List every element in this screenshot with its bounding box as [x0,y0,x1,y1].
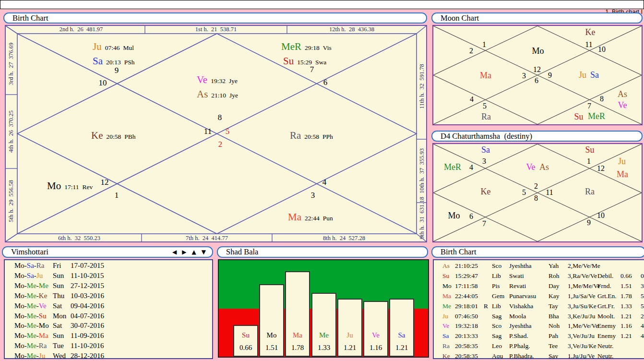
prev-button[interactable]: ◀ [172,249,177,255]
planet-nakshatra: Rev [82,183,93,191]
longitude-cell: 21:10:25 [455,261,478,271]
dasha-planet-Ke: Ke [39,292,48,300]
dignity-cell: Grt.Fr. [597,301,615,311]
planet-nakshatra: Swa [315,59,326,66]
edge-label-bottom-2: 7th h. 24 414.77 [186,235,228,242]
dasha-row[interactable]: Mo-Me-SuMon04-07-2016 [5,311,212,321]
planet-degree: 29:18 [305,44,320,52]
table-row-Sa: Sa20:13:33SagP.Shad.Pah3,Ve/Ju/JuEnemy1.… [434,331,644,341]
house-number-8: 8 [600,95,604,103]
bar-value: 0.66 [234,344,257,352]
sign-cell: Sag [492,311,501,321]
shadbala-cell: 1.16 [620,321,632,331]
moon-chart: MoKeMaJuSaRaAsVeSuMeR121110123964587 [432,25,643,125]
dasha-weekday: Sat [53,301,62,311]
planet-degree: 07:46 [105,44,120,52]
shadbala-cell: 1.21 [620,311,632,321]
dasha-planet-Mo: Mo [39,322,49,329]
dasha-row[interactable]: Mo-Me-RaTue11-10-2016 [5,341,212,351]
edge-label-bottom-1: 6th h. 32 550.23 [58,235,100,242]
positions-table-panel-title: Birth Chart [431,246,644,258]
planet-nakshatra: PSh [124,59,135,66]
sign-cell: Lib [492,301,501,311]
planet-Ra: Ra20:58PPh [290,130,333,142]
shadbala-cell: 0.66 [620,271,632,281]
nakshatra-cell: Punarvasu [509,291,536,301]
dasha-row[interactable]: Mo-Me-VeSat09-04-2016 [5,301,212,311]
dasha-weekday: Mon [53,311,66,321]
dasha-weekday: Sun [53,281,64,291]
table-row-Mo: Mo17:11:58PisRevatiDay1,Me/Me/VeFrnd.1.5… [434,281,644,291]
syllable-cell: Pah [549,331,558,341]
table-row-As: As21:10:25ScoJyeshthaYah2,Me/Ve/Me [434,261,644,271]
dasha-weekday: Fri [53,261,61,271]
next-button[interactable]: ▶ [182,249,186,255]
clipped-cell: 0 [641,271,644,281]
planet-cell: Me [442,301,451,311]
planet-abbr: Sa [93,55,103,67]
up-button[interactable]: ▲ [192,249,196,255]
bar-planet-label: Me [312,331,335,339]
dasha-weekday: Sun [53,331,64,341]
pada-lords-cell: 3,Ve/Ju/Ke [568,341,596,351]
house-number-1: 1 [115,191,119,200]
bar-planet-label: Su [234,331,257,339]
house-number-12: 12 [101,178,109,187]
dasha-row[interactable]: Mo-Me-KeThu10-03-2016 [5,291,212,301]
shadbala-cell: 1.33 [620,301,632,311]
nakshatra-cell: Swati [509,271,524,281]
dasha-row[interactable]: Mo-Me-MaSun11-09-2016 [5,331,212,341]
dasha-row[interactable]: Mo-Me-MoSat30-07-2016 [5,321,212,331]
down-button[interactable]: ▼ [202,249,206,255]
planet-cell: As [442,261,450,271]
dignity-cell: Neutr. [597,341,613,351]
house-number-10: 10 [99,78,107,88]
dasha-planet-Me: Me [27,322,36,329]
planet-cell: Sa [442,331,449,341]
planet-Ve: Ve [526,162,536,172]
bar-value: 1.51 [260,344,283,352]
clipped-cell: 3 [641,281,644,291]
pada-lords-cell: 1,Me/Me/Ve [568,281,600,291]
dasha-row[interactable]: Mo-Sa-JuSun11-10-2015 [5,271,212,281]
planet-Ra: Ra [481,112,491,122]
house-number-2: 2 [218,140,223,149]
clipped-cell: 5 [641,301,644,311]
house-number-3: 3 [311,191,315,200]
house-number-6: 6 [469,212,473,221]
syllable-cell: Noh [549,321,560,331]
dasha-row[interactable]: Mo-Me-MeSun27-12-2015 [5,281,212,291]
nakshatra-cell: Moola [509,311,526,321]
dignity-cell: Moolt. [597,311,615,321]
dasha-sequence: Mo-Me-Ve [14,301,47,311]
shadbala-bars: Su0.66Mo1.51Ma1.78Me1.33Ju1.21Ve1.16Sa1.… [219,260,428,357]
window-title-bar: 1. Birth chart I [0,0,644,9]
shadbala-bar-Ve: Ve1.16 [363,301,388,357]
dasha-weekday: Sun [53,271,64,281]
d4-chart-panel-title: D4 Chaturthamsha (destiny) [431,131,643,142]
dasha-row[interactable]: Mo-Sa-RaFri17-07-2015 [5,261,212,271]
pada-lords-cell: 3,Ve/Ju/Ju [568,331,595,341]
dasha-planet-Sa: Sa [27,262,34,269]
bar-planet-label: Sa [390,331,413,339]
house-number-7: 7 [310,65,314,74]
vimshottari-panel-title: Vimshottari ◀ ▶ ▲ ▼ [2,246,213,258]
house-number-6: 6 [535,76,538,85]
vimshottari-title-text: Vimshottari [11,247,48,257]
planet-nakshatra: PPh [322,133,333,141]
planet-cell: Ke [442,351,450,359]
dasha-sequence: Mo-Me-Me [14,281,48,291]
planet-degree: 17:11 [64,183,79,191]
clipped-cell: 4 [641,321,644,331]
bar-value: 1.78 [286,344,309,352]
planet-Su: Su [574,112,583,122]
dasha-planet-Mo: Mo [14,322,24,329]
dignity-cell: Grt.En. [597,291,617,301]
dasha-weekday: Sat [53,321,62,331]
dasha-row[interactable]: Mo-Me-JuWed28-12-2016 [5,351,212,359]
longitude-cell: 17:11:58 [455,281,478,291]
planet-Ke: Ke [585,27,596,37]
longitude-cell: 29:18:01 [455,301,478,311]
longitude-cell: 22:44:05 [455,291,478,301]
house-number-12: 12 [533,65,541,74]
